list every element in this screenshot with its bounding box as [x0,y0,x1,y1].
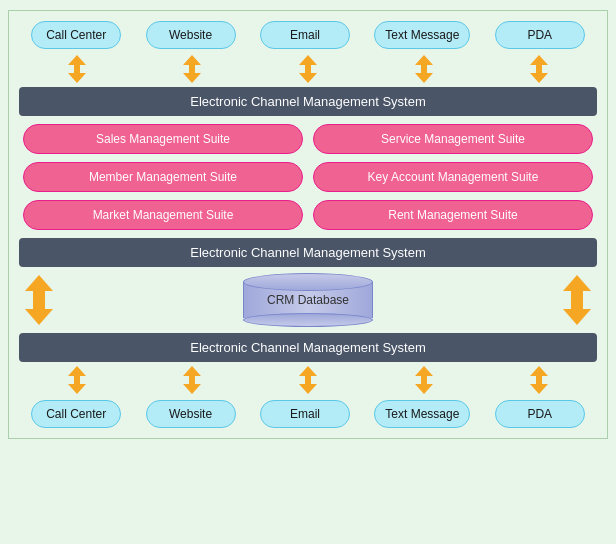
right-middle-arrow [561,275,593,325]
bot-arrow-1 [181,366,203,394]
crm-database: CRM Database [243,273,373,327]
top-channel-1: Website [146,21,236,49]
arrow-0 [66,55,88,83]
svg-marker-5 [299,65,317,83]
suite-sales: Sales Management Suite [23,124,303,154]
suite-col-right: Service Management Suite Key Account Man… [313,124,593,230]
suite-rent: Rent Management Suite [313,200,593,230]
bot-channel-4: PDA [495,400,585,428]
svg-marker-3 [183,65,201,83]
bot-channel-0: Call Center [31,400,121,428]
crm-area: CRM Database [55,273,561,327]
bot-channel-3: Text Message [374,400,470,428]
bot-arrow-2 [297,366,319,394]
svg-marker-21 [415,376,433,394]
bottom-arrows-row [19,366,597,394]
bottom-channels-row: Call Center Website Email Text Message P… [19,400,597,428]
svg-marker-11 [25,291,53,325]
svg-marker-7 [415,65,433,83]
svg-marker-23 [530,376,548,394]
bot-channel-2: Email [260,400,350,428]
svg-marker-9 [530,65,548,83]
arrow-1 [181,55,203,83]
db-ellipse-bottom [243,313,373,327]
suite-area: Sales Management Suite Member Management… [19,124,597,230]
top-bar: Electronic Channel Management System [19,87,597,116]
top-channel-3: Text Message [374,21,470,49]
left-middle-arrow [23,275,55,325]
top-arrows-row [19,55,597,83]
arrow-3 [413,55,435,83]
arrow-4 [528,55,550,83]
db-ellipse-top [243,273,373,291]
suite-key-account: Key Account Management Suite [313,162,593,192]
top-channels-row: Call Center Website Email Text Message P… [19,21,597,49]
svg-marker-17 [183,376,201,394]
top-channel-4: PDA [495,21,585,49]
suite-member: Member Management Suite [23,162,303,192]
top-channel-2: Email [260,21,350,49]
bot-arrow-3 [413,366,435,394]
svg-marker-1 [68,65,86,83]
arrow-2 [297,55,319,83]
bot-arrow-4 [528,366,550,394]
middle-section: CRM Database [19,273,597,327]
svg-marker-13 [563,291,591,325]
bot-channel-1: Website [146,400,236,428]
suite-market: Market Management Suite [23,200,303,230]
middle-bar: Electronic Channel Management System [19,238,597,267]
suite-service: Service Management Suite [313,124,593,154]
svg-marker-15 [68,376,86,394]
suite-col-left: Sales Management Suite Member Management… [23,124,303,230]
bot-arrow-0 [66,366,88,394]
main-diagram: Call Center Website Email Text Message P… [8,10,608,439]
bottom-bar: Electronic Channel Management System [19,333,597,362]
top-channel-0: Call Center [31,21,121,49]
svg-marker-19 [299,376,317,394]
